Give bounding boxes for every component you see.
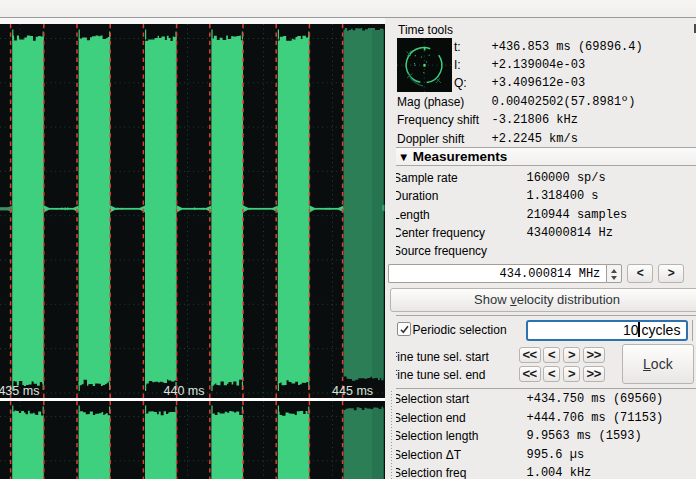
svg-text:435 ms: 435 ms [0,384,39,398]
svg-text:440 ms: 440 ms [164,384,205,398]
svg-text:445 ms: 445 ms [332,384,373,398]
